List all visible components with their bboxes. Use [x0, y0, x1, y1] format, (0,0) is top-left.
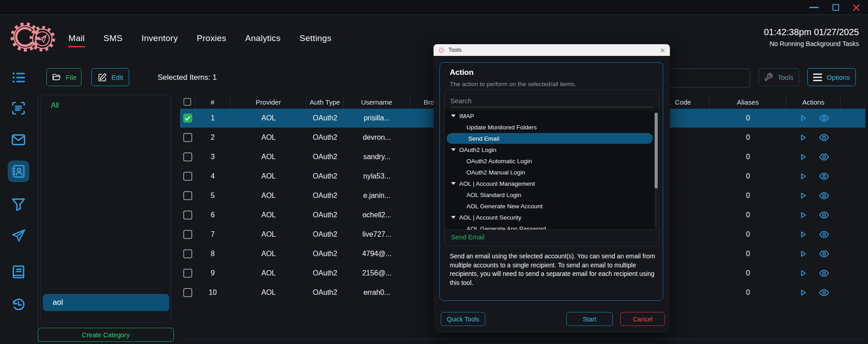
tree-group-aol-account-security[interactable]: AOL | Account Security: [445, 212, 659, 223]
filter-icon[interactable]: [11, 197, 26, 212]
play-icon[interactable]: [798, 190, 809, 201]
cell-actions: [787, 171, 841, 182]
cell-aliases: 0: [710, 153, 787, 161]
cell-auth-type: OAuth2: [307, 289, 344, 297]
play-icon[interactable]: [798, 113, 809, 124]
check-icon: [185, 115, 190, 121]
play-icon[interactable]: [798, 248, 809, 259]
modal-close-icon[interactable]: ✕: [660, 47, 665, 54]
maximize-button[interactable]: [827, 0, 845, 15]
row-checkbox[interactable]: [183, 133, 192, 142]
tree-item-oauth2-automatic-login[interactable]: OAuth2 Automatic Login: [445, 156, 659, 166]
create-category-button[interactable]: Create Category: [38, 328, 174, 342]
nav-proxies[interactable]: Proxies: [197, 33, 226, 47]
list-icon[interactable]: [11, 70, 26, 85]
eye-icon[interactable]: [818, 171, 830, 182]
row-checkbox[interactable]: [183, 288, 192, 297]
cell-auth-type: OAuth2: [307, 230, 344, 239]
play-icon[interactable]: [798, 268, 809, 279]
row-checkbox[interactable]: [183, 249, 192, 258]
caret-down-icon: [451, 216, 456, 219]
cancel-button[interactable]: Cancel: [620, 312, 665, 326]
header-aliases[interactable]: Aliases: [710, 96, 787, 108]
edit-button-label: Edit: [112, 73, 123, 81]
maximize-icon: [832, 4, 839, 11]
row-checkbox[interactable]: [183, 191, 192, 200]
row-checkbox[interactable]: [183, 172, 192, 181]
row-checkbox[interactable]: [183, 211, 192, 220]
cell-actions: [787, 248, 841, 259]
start-button[interactable]: Start: [566, 312, 613, 326]
eye-icon[interactable]: [818, 132, 830, 143]
header-num[interactable]: #: [195, 96, 231, 108]
edit-button[interactable]: Edit: [91, 68, 129, 86]
app-window: Mail SMS Inventory Proxies Analytics Set…: [0, 0, 868, 344]
header-auth-type[interactable]: Auth Type: [307, 96, 344, 108]
row-checkbox[interactable]: [183, 114, 192, 123]
nav-sms[interactable]: SMS: [104, 33, 122, 47]
category-all[interactable]: All: [51, 101, 59, 110]
header-provider[interactable]: Provider: [231, 96, 307, 108]
tree-group-imap[interactable]: IMAP: [445, 110, 659, 121]
tools-button[interactable]: Tools: [759, 68, 799, 86]
eye-icon[interactable]: [818, 229, 830, 240]
cell-aliases: 0: [710, 172, 787, 180]
contacts-icon[interactable]: [11, 164, 26, 179]
cell-aliases: 0: [710, 269, 787, 277]
eye-icon[interactable]: [818, 287, 830, 298]
row-checkbox[interactable]: [183, 230, 192, 239]
row-checkbox[interactable]: [183, 269, 192, 278]
quick-tools-button[interactable]: Quick Tools: [441, 312, 485, 326]
tool-search-input[interactable]: [450, 95, 654, 107]
options-button[interactable]: Options: [807, 68, 856, 86]
tree-item-update-monitored-folders[interactable]: Update Monitored Folders: [445, 122, 659, 133]
tree-item-send-email[interactable]: Send Email: [447, 133, 653, 144]
caret-down-icon: [451, 182, 456, 185]
play-icon[interactable]: [798, 287, 809, 298]
cell-username: prisilla...: [344, 114, 410, 122]
header-username[interactable]: Username: [344, 96, 410, 108]
ledger-icon[interactable]: [11, 264, 26, 280]
close-button[interactable]: [847, 0, 865, 15]
eye-icon[interactable]: [818, 190, 830, 201]
nav-inventory[interactable]: Inventory: [141, 33, 178, 47]
tree-item-aol-generate-app-password[interactable]: AOL Generate App Password: [445, 223, 659, 230]
eye-icon[interactable]: [818, 248, 830, 259]
row-select-cell: [180, 269, 195, 278]
tree-group-aol-account-management[interactable]: AOL | Account Management: [445, 178, 659, 189]
category-panel: All aol: [41, 95, 171, 322]
tree-scrollbar-thumb[interactable]: [655, 113, 658, 188]
play-icon[interactable]: [798, 151, 809, 162]
eye-icon[interactable]: [818, 151, 830, 162]
select-all-checkbox[interactable]: [184, 98, 191, 106]
nav-analytics[interactable]: Analytics: [245, 33, 280, 47]
play-icon[interactable]: [798, 132, 809, 143]
nav-mail[interactable]: Mail: [68, 33, 85, 47]
eye-icon[interactable]: [818, 113, 830, 124]
category-item-aol[interactable]: aol: [43, 294, 169, 311]
cell-num: 6: [195, 211, 231, 219]
eye-icon[interactable]: [818, 210, 830, 220]
cell-username: live727...: [344, 230, 410, 239]
scan-text-icon[interactable]: [11, 101, 26, 116]
file-button[interactable]: File: [46, 68, 81, 86]
play-icon[interactable]: [798, 171, 809, 182]
mail-icon[interactable]: [11, 132, 26, 147]
play-icon[interactable]: [798, 210, 809, 220]
tree-item-aol-generate-new-account[interactable]: AOL Generate New Account: [445, 201, 659, 211]
tree-label: Update Monitored Folders: [466, 124, 537, 131]
tree-item-oauth2-manual-login[interactable]: OAuth2 Manual Login: [445, 167, 659, 178]
header-actions[interactable]: Actions: [787, 96, 841, 108]
history-icon[interactable]: [11, 297, 26, 312]
tree-item-aol-standard-login[interactable]: AOL Standard Login: [445, 189, 659, 200]
row-select-cell: [180, 211, 195, 220]
cell-provider: AOL: [231, 289, 307, 297]
row-select-cell: [180, 114, 195, 123]
tree-group-oauth2-login[interactable]: OAuth2 Login: [445, 144, 659, 155]
eye-icon[interactable]: [818, 268, 830, 279]
send-icon[interactable]: [11, 228, 26, 243]
row-checkbox[interactable]: [183, 152, 192, 161]
nav-settings[interactable]: Settings: [299, 33, 331, 47]
minimize-button[interactable]: [805, 0, 823, 15]
play-icon[interactable]: [798, 229, 809, 240]
